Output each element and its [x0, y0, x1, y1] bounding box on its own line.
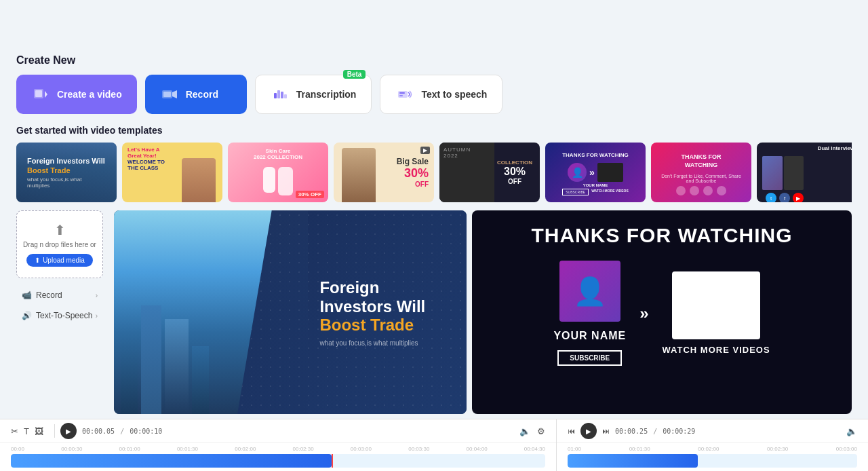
- timeline-play-button[interactable]: ▶: [60, 423, 77, 439]
- transcription-label: Transcription: [296, 89, 357, 100]
- template-card-3[interactable]: Skin Care2022 COLLECTION 30% OFF: [228, 143, 328, 202]
- beta-badge: Beta: [343, 70, 366, 79]
- timeline-fill: [11, 454, 332, 468]
- tmpl-1-text: Foreign Investors WillBoost Trade: [27, 156, 106, 176]
- tts-menu-icon: 🔊: [22, 311, 32, 320]
- svg-rect-10: [398, 91, 408, 98]
- template-card-1[interactable]: Foreign Investors WillBoost Trade what y…: [16, 143, 117, 202]
- template-card-5[interactable]: AUTUMN2022 COLLECTION 30% OFF: [439, 143, 540, 202]
- timeline-right: ⏮ ▶ ⏭ 00:00.25 / 00:00:29 🔈 01:00 00:01:…: [556, 419, 868, 471]
- preview-thanks-watching[interactable]: THANKS FOR WATCHING YOUR NAME SUBSCRIBE …: [472, 210, 852, 414]
- create-video-icon: [31, 85, 50, 104]
- record-icon: [160, 85, 179, 104]
- svg-rect-1: [35, 90, 42, 97]
- upload-icon-small: ⬆: [35, 257, 40, 264]
- template-card-6[interactable]: THANKS FOR WATCHING 👤 » YOUR NAME SUBSCR…: [545, 143, 646, 202]
- timeline-time-sep: /: [120, 428, 124, 435]
- timeline-right-time-total: 00:00:29: [663, 428, 695, 435]
- template-card-2[interactable]: Let's Have AGreat Year! WELCOME TOTHE CL…: [122, 143, 222, 202]
- transcription-icon: [271, 85, 290, 104]
- svg-rect-7: [277, 90, 280, 98]
- timeline-settings-icon[interactable]: ⚙: [537, 426, 545, 436]
- svg-rect-8: [281, 92, 283, 98]
- svg-rect-11: [399, 92, 405, 94]
- timeline-image-icon[interactable]: 🖼: [35, 426, 43, 436]
- create-new-title: Create New: [16, 54, 852, 67]
- svg-rect-4: [163, 92, 171, 97]
- timeline-right-track[interactable]: [568, 454, 857, 468]
- templates-title: Get started with video templates: [16, 125, 852, 136]
- subscribe-button[interactable]: SUBSCRIBE: [557, 350, 622, 366]
- timeline-track[interactable]: [11, 454, 545, 468]
- template-card-8[interactable]: Dual Interview t f ▶: [757, 143, 852, 202]
- timeline-right-track-area: 01:00 00:01:30 00:02:00 00:02:30 00:03:0…: [557, 443, 868, 471]
- preview-foreign-investors[interactable]: ForeignInvestors Will Boost Trade what y…: [114, 210, 467, 414]
- timeline-playhead: [332, 454, 333, 468]
- template-card-4[interactable]: Big Sale 30% OFF ▶: [334, 143, 434, 202]
- timeline-text-icon[interactable]: T: [24, 426, 29, 436]
- timeline-right-play-button[interactable]: ▶: [580, 423, 597, 439]
- timeline-time-current: 00:00.05: [82, 428, 115, 435]
- record-label: Record: [186, 89, 218, 100]
- record-button[interactable]: Record: [145, 75, 247, 114]
- create-video-label: Create a video: [57, 89, 122, 100]
- record-menu-chevron: ›: [96, 292, 98, 299]
- preview-highlight: Boost Trade: [319, 316, 425, 335]
- timeline-time-total: 00:00:10: [130, 428, 162, 435]
- preview-2-left: YOUR NAME SUBSCRIBE: [553, 261, 626, 366]
- templates-section: Get started with video templates Foreign…: [0, 125, 868, 210]
- timeline-right-prev-icon[interactable]: ⏮: [568, 427, 575, 435]
- preview-2-title: THANKS FOR WATCHING: [531, 224, 792, 247]
- preview-next-video: [672, 271, 760, 339]
- svg-rect-6: [274, 93, 277, 98]
- timeline-scissors-icon[interactable]: ✂: [11, 426, 18, 436]
- record-menu-label: Record: [36, 290, 62, 300]
- timeline-right-next-icon[interactable]: ⏭: [602, 427, 610, 435]
- timeline-left: ✂ T 🖼 ▶ 00:00.05 / 00:00:10 🔈 ⚙ 00:00 00…: [0, 419, 556, 471]
- sidebar-menu: 📹 Record › 🔊 Text-To-Speech ›: [16, 286, 103, 324]
- timeline-right-volume-icon[interactable]: 🔈: [846, 426, 857, 436]
- main-content: ⬆ Drag n drop files here or ⬆ Upload med…: [0, 210, 868, 414]
- preview-name: YOUR NAME: [553, 330, 626, 342]
- create-video-button[interactable]: Create a video: [16, 75, 137, 114]
- text-speech-icon: [395, 85, 414, 104]
- transcription-button[interactable]: Beta Transcription: [255, 75, 372, 114]
- svg-rect-9: [284, 94, 287, 98]
- tmpl-1-sub: what you focus,is what multiplies: [27, 176, 106, 189]
- upload-area: ⬆ Drag n drop files here or ⬆ Upload med…: [16, 210, 103, 278]
- tts-menu-label: Text-To-Speech: [36, 311, 92, 320]
- svg-rect-12: [399, 95, 403, 96]
- top-bar: [0, 0, 868, 54]
- left-sidebar: ⬆ Drag n drop files here or ⬆ Upload med…: [16, 210, 111, 414]
- sidebar-item-record[interactable]: 📹 Record ›: [16, 286, 103, 304]
- preview-subtitle: what you focus,is what multiplies: [319, 339, 425, 346]
- template-card-7[interactable]: THANKS FORWATCHING Don't Forget to Like,…: [651, 143, 751, 202]
- svg-marker-5: [172, 90, 177, 98]
- preview-arrows: »: [639, 304, 648, 323]
- sidebar-item-text-speech[interactable]: 🔊 Text-To-Speech ›: [16, 307, 103, 324]
- tts-menu-chevron: ›: [96, 312, 98, 320]
- preview-avatar: [559, 261, 620, 322]
- preview-container: ForeignInvestors Will Boost Trade what y…: [114, 210, 852, 414]
- record-menu-icon: 📹: [22, 290, 32, 300]
- watch-more-label: WATCH MORE VIDEOS: [663, 345, 770, 355]
- upload-text: Drag n drop files here or: [22, 241, 97, 248]
- timeline-volume-icon[interactable]: 🔈: [519, 426, 530, 436]
- create-section: Create New Create a video Record: [0, 54, 868, 125]
- preview-2-content: YOUR NAME SUBSCRIBE » WATCH MORE VIDEOS: [486, 261, 838, 366]
- upload-btn-label: Upload media: [43, 257, 85, 264]
- timeline-track-area: 00:00 00:00:30 00:01:00 00:01:30 00:02:0…: [0, 443, 556, 471]
- upload-media-button[interactable]: ⬆ Upload media: [26, 254, 93, 267]
- timeline-right-time-current: 00:00.25: [615, 428, 648, 435]
- create-buttons: Create a video Record Beta: [16, 75, 852, 114]
- templates-row: Foreign Investors WillBoost Trade what y…: [16, 143, 852, 202]
- text-speech-button[interactable]: Text to speech: [380, 75, 502, 114]
- text-speech-label: Text to speech: [421, 89, 487, 100]
- svg-marker-2: [45, 91, 47, 98]
- upload-icon: ⬆: [22, 222, 97, 238]
